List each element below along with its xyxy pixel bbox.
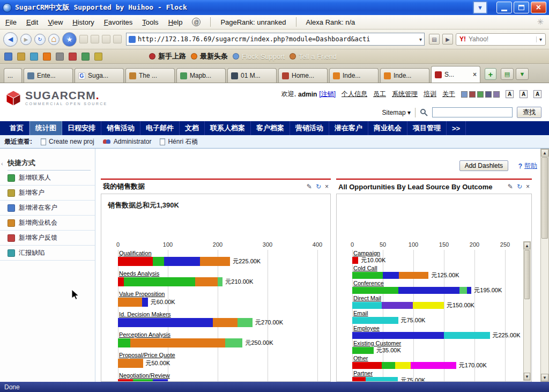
font-size-small-button[interactable]: A bbox=[506, 90, 514, 98]
scroll-up-icon[interactable]: ▲ bbox=[524, 242, 530, 249]
module-tab-8[interactable]: 营销活动 bbox=[290, 121, 329, 135]
chart-scrollbar[interactable]: ▲ ▼ bbox=[523, 241, 531, 381]
home-button[interactable]: ⌂ bbox=[48, 34, 60, 45]
tools-icon[interactable] bbox=[56, 53, 64, 61]
bar-segment[interactable] bbox=[133, 379, 153, 381]
media-icon[interactable] bbox=[113, 35, 122, 43]
browser-tab-5[interactable]: 01 M... bbox=[227, 68, 277, 83]
page-scrollbar[interactable]: ▲ ▼ bbox=[540, 149, 549, 382]
menu-favorites[interactable]: Favorites bbox=[104, 18, 132, 26]
bar-segment[interactable] bbox=[118, 379, 133, 381]
world-icon[interactable] bbox=[4, 53, 12, 61]
bar-segment[interactable] bbox=[118, 298, 142, 307]
browser-tab-6[interactable]: Home... bbox=[278, 68, 328, 83]
module-tab-7[interactable]: 客户档案 bbox=[251, 121, 290, 135]
menu-help[interactable]: Help bbox=[168, 18, 183, 26]
bar-segment[interactable] bbox=[366, 377, 398, 381]
theme-color-swatch[interactable] bbox=[477, 91, 484, 98]
url-dropdown-icon[interactable]: ▾ bbox=[419, 36, 422, 42]
quicklink-flock-support[interactable]: Flock Support bbox=[233, 53, 285, 61]
module-tab-10[interactable]: 商业机会 bbox=[368, 121, 407, 135]
bar-segment[interactable] bbox=[352, 272, 383, 279]
bar-segment[interactable] bbox=[153, 379, 168, 381]
training-link[interactable]: 培训 bbox=[424, 90, 436, 99]
contacts-icon[interactable] bbox=[17, 53, 25, 61]
font-size-medium-button[interactable]: A bbox=[520, 90, 528, 98]
module-tab-9[interactable]: 潜在客户 bbox=[329, 121, 368, 135]
sidebar-item-create-contact[interactable]: 新增联系人 bbox=[0, 171, 95, 186]
dashlet-refresh-icon[interactable]: ↻ bbox=[316, 183, 321, 190]
add-dashlets-button[interactable]: Add Dashlets bbox=[459, 160, 508, 171]
collapse-sidebar-icon[interactable]: ‹ bbox=[1, 160, 3, 167]
dashlet-close-icon[interactable]: × bbox=[526, 183, 530, 190]
dashlet-edit-icon[interactable]: ✎ bbox=[508, 183, 513, 190]
url-input[interactable] bbox=[138, 35, 417, 43]
chart-category-label[interactable]: Employee bbox=[353, 325, 380, 331]
bar-segment[interactable] bbox=[352, 287, 398, 294]
bar-segment[interactable] bbox=[195, 277, 218, 286]
bar-segment[interactable] bbox=[459, 287, 468, 294]
bar-segment[interactable] bbox=[352, 302, 382, 309]
theme-color-swatch[interactable] bbox=[493, 91, 500, 98]
rss-icon[interactable] bbox=[43, 53, 51, 61]
bar-segment[interactable] bbox=[142, 298, 148, 307]
theme-color-swatch[interactable] bbox=[469, 91, 476, 98]
chart-category-label[interactable]: Cold Call bbox=[353, 265, 377, 271]
minimize-button[interactable] bbox=[496, 2, 512, 13]
chart-category-label[interactable]: Partner bbox=[353, 370, 373, 376]
browser-tab-3[interactable]: The ... bbox=[125, 68, 175, 83]
module-tab-2[interactable]: 日程安排 bbox=[62, 121, 101, 135]
bar-segment[interactable] bbox=[124, 277, 195, 286]
theme-color-swatch[interactable] bbox=[485, 91, 492, 98]
download-indicator-button[interactable]: ▼ bbox=[473, 1, 487, 14]
chart-category-label[interactable]: Direct Mail bbox=[353, 295, 381, 301]
module-tab-6[interactable]: 联系人档案 bbox=[205, 121, 251, 135]
maximize-button[interactable] bbox=[514, 2, 529, 13]
global-search-input[interactable] bbox=[432, 107, 513, 117]
bar-segment[interactable] bbox=[352, 332, 444, 339]
webmail-at-icon[interactable]: @ bbox=[192, 18, 201, 26]
bar-segment[interactable] bbox=[382, 362, 395, 369]
tab-menu-button[interactable]: ▼ bbox=[516, 68, 529, 80]
browser-tab-4[interactable]: Mapb... bbox=[176, 68, 226, 83]
chart-category-label[interactable]: Email bbox=[353, 310, 368, 316]
bar-segment[interactable] bbox=[383, 272, 399, 279]
font-size-large-button[interactable]: A bbox=[533, 90, 541, 98]
bar-segment[interactable] bbox=[352, 257, 358, 264]
sidebar-item-report-bug[interactable]: 汇报缺陷 bbox=[0, 246, 95, 261]
close-button[interactable]: × bbox=[531, 2, 546, 13]
yahoo-dropdown-icon[interactable]: ▾ bbox=[536, 36, 542, 42]
forward-button[interactable]: ▶ bbox=[20, 34, 32, 45]
favorites-star-button[interactable]: ★ bbox=[62, 32, 77, 47]
browser-tab-7[interactable]: Inde... bbox=[329, 68, 379, 83]
dashlet-close-icon[interactable]: × bbox=[325, 183, 329, 190]
mail-icon[interactable] bbox=[102, 35, 110, 43]
menu-edit[interactable]: Edit bbox=[26, 18, 38, 26]
module-tab-1[interactable]: 统计图 bbox=[29, 121, 62, 135]
last-viewed-item[interactable]: Administrator bbox=[103, 138, 152, 145]
bar-segment[interactable] bbox=[164, 257, 201, 266]
scroll-down-icon[interactable]: ▼ bbox=[524, 373, 530, 380]
reload-button[interactable]: ↻ bbox=[34, 34, 46, 45]
bar-segment[interactable] bbox=[118, 277, 124, 286]
last-viewed-item[interactable]: Hénri 石橋 bbox=[160, 137, 198, 146]
chart-category-label[interactable]: Value Proposition bbox=[119, 291, 165, 297]
admin-link[interactable]: 系统管理 bbox=[392, 90, 418, 99]
logout-link[interactable]: [注销] bbox=[319, 90, 336, 99]
bar-segment[interactable] bbox=[398, 287, 459, 294]
scroll-up-icon[interactable]: ▲ bbox=[541, 149, 548, 157]
my-account-link[interactable]: 个人信息 bbox=[342, 90, 367, 99]
browser-tab-2[interactable]: GSuga... bbox=[75, 68, 124, 83]
back-button[interactable]: ◀ bbox=[3, 32, 18, 47]
blog-icon[interactable] bbox=[81, 53, 90, 61]
sidebar-item-create-lead[interactable]: 新增潜在客户 bbox=[0, 201, 95, 216]
chart-category-label[interactable]: Other bbox=[353, 355, 368, 361]
sidebar-item-create-account[interactable]: 新增客户 bbox=[0, 186, 95, 201]
chart-category-label[interactable]: Needs Analysis bbox=[119, 270, 159, 277]
yahoo-search-input[interactable] bbox=[469, 35, 533, 43]
sidebar-item-create-opportunity[interactable]: 新增商业机会 bbox=[0, 216, 95, 231]
menu-file[interactable]: File bbox=[5, 18, 17, 26]
scrollbar-thumb[interactable] bbox=[524, 250, 530, 299]
bar-segment[interactable] bbox=[118, 359, 143, 368]
quicklink-getting-started[interactable]: 新手上路 bbox=[149, 51, 186, 61]
